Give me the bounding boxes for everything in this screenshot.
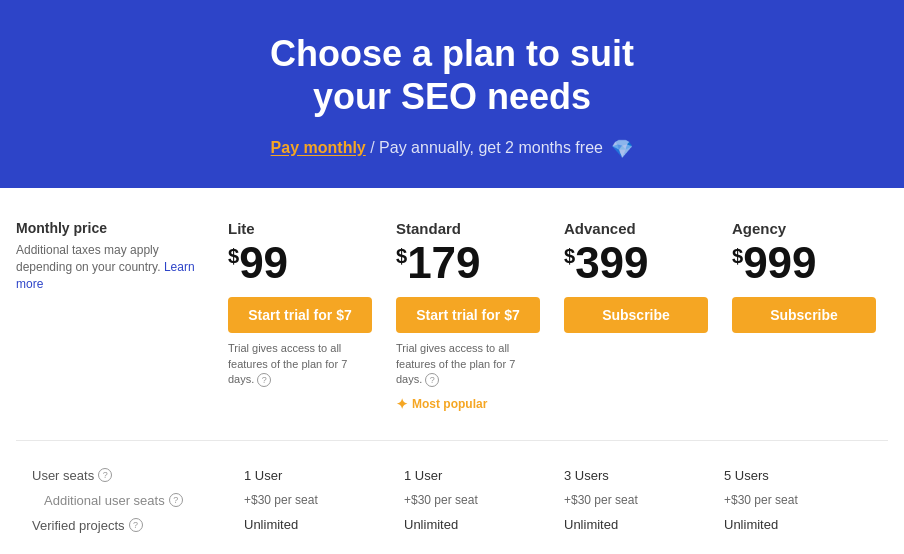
- price-dollar-advanced: $: [564, 245, 575, 268]
- plan-advanced: Advanced $ 399 Subscribe: [552, 212, 720, 419]
- hero-title: Choose a plan to suit your SEO needs: [20, 32, 884, 118]
- feature-label-verified-projects: Verified projects ?: [32, 513, 216, 538]
- billing-separator: /: [370, 140, 379, 157]
- plan-name-agency: Agency: [732, 220, 876, 237]
- feature-values-advanced: 3 Users +$30 per seat Unlimited: [552, 457, 712, 544]
- additional-seats-info-icon[interactable]: ?: [169, 493, 183, 507]
- pay-monthly-link[interactable]: Pay monthly: [271, 140, 366, 157]
- start-trial-standard-button[interactable]: Start trial for $7: [396, 297, 540, 333]
- plan-price-agency: $ 999: [732, 241, 876, 285]
- price-dollar-lite: $: [228, 245, 239, 268]
- price-amount-advanced: 399: [575, 241, 648, 285]
- plan-standard: Standard $ 179 Start trial for $7 Trial …: [384, 212, 552, 419]
- user-seats-info-icon[interactable]: ?: [98, 468, 112, 482]
- feature-label-user-seats: User seats ?: [32, 463, 216, 488]
- plan-name-standard: Standard: [396, 220, 540, 237]
- agency-user-seats: 5 Users: [724, 463, 860, 488]
- standard-additional-seats: +$30 per seat: [404, 488, 540, 512]
- feature-values-standard: 1 User +$30 per seat Unlimited: [392, 457, 552, 544]
- subscribe-agency-button[interactable]: Subscribe: [732, 297, 876, 333]
- advanced-user-seats: 3 Users: [564, 463, 700, 488]
- price-dollar-standard: $: [396, 245, 407, 268]
- plans-section: Monthly price Additional taxes may apply…: [0, 188, 904, 543]
- trial-note-standard: Trial gives access to all features of th…: [396, 341, 540, 387]
- feature-label-column: User seats ? Additional user seats ? Ver…: [32, 457, 232, 544]
- trial-note-lite: Trial gives access to all features of th…: [228, 341, 372, 387]
- agency-verified-projects: Unlimited: [724, 512, 860, 537]
- billing-toggle: Pay monthly / Pay annually, get 2 months…: [20, 138, 884, 160]
- plan-info-column: Monthly price Additional taxes may apply…: [16, 212, 216, 419]
- feature-label-additional-seats: Additional user seats ?: [32, 488, 216, 513]
- features-section: User seats ? Additional user seats ? Ver…: [16, 441, 888, 544]
- advanced-additional-seats: +$30 per seat: [564, 488, 700, 512]
- lite-user-seats: 1 User: [244, 463, 380, 488]
- hero-section: Choose a plan to suit your SEO needs Pay…: [0, 0, 904, 188]
- agency-additional-seats: +$30 per seat: [724, 488, 860, 512]
- tax-note: Additional taxes may apply depending on …: [16, 242, 200, 292]
- plans-grid: Monthly price Additional taxes may apply…: [16, 212, 888, 440]
- price-dollar-agency: $: [732, 245, 743, 268]
- plan-name-advanced: Advanced: [564, 220, 708, 237]
- plan-price-lite: $ 99: [228, 241, 372, 285]
- subscribe-advanced-button[interactable]: Subscribe: [564, 297, 708, 333]
- plan-price-advanced: $ 399: [564, 241, 708, 285]
- verified-projects-info-icon[interactable]: ?: [129, 518, 143, 532]
- price-amount-agency: 999: [743, 241, 816, 285]
- monthly-price-label: Monthly price: [16, 220, 200, 236]
- price-amount-standard: 179: [407, 241, 480, 285]
- lite-verified-projects: Unlimited: [244, 512, 380, 537]
- advanced-verified-projects: Unlimited: [564, 512, 700, 537]
- features-grid: User seats ? Additional user seats ? Ver…: [32, 457, 872, 544]
- feature-values-agency: 5 Users +$30 per seat Unlimited: [712, 457, 872, 544]
- most-popular-badge: ✦ Most popular: [396, 396, 540, 412]
- lite-additional-seats: +$30 per seat: [244, 488, 380, 512]
- plan-lite: Lite $ 99 Start trial for $7 Trial gives…: [216, 212, 384, 419]
- plan-name-lite: Lite: [228, 220, 372, 237]
- trial-info-icon-lite[interactable]: ?: [257, 373, 271, 387]
- star-icon: ✦: [396, 396, 408, 412]
- plan-agency: Agency $ 999 Subscribe: [720, 212, 888, 419]
- feature-values-lite: 1 User +$30 per seat Unlimited: [232, 457, 392, 544]
- standard-user-seats: 1 User: [404, 463, 540, 488]
- diamond-icon: 💎: [611, 138, 633, 160]
- pay-annually-label[interactable]: Pay annually, get 2 months free: [379, 140, 603, 157]
- trial-info-icon-standard[interactable]: ?: [425, 373, 439, 387]
- plan-price-standard: $ 179: [396, 241, 540, 285]
- price-amount-lite: 99: [239, 241, 288, 285]
- standard-verified-projects: Unlimited: [404, 512, 540, 537]
- start-trial-lite-button[interactable]: Start trial for $7: [228, 297, 372, 333]
